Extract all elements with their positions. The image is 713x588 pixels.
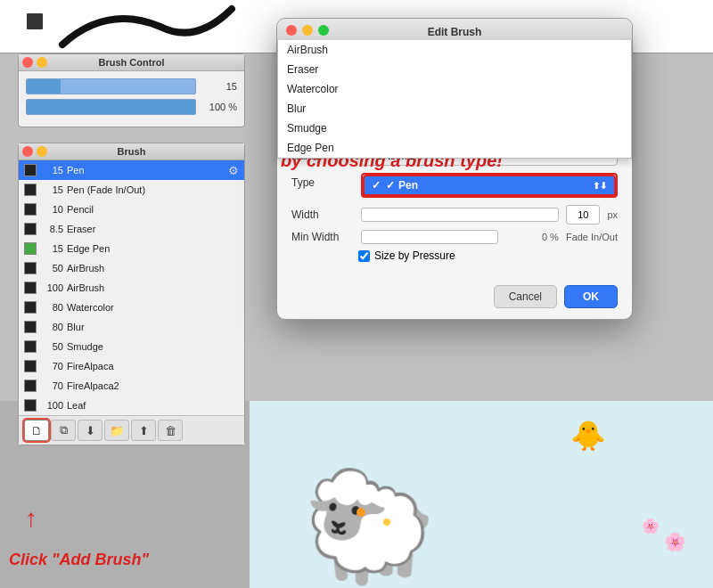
- brush-size: 15: [40, 184, 63, 195]
- dropdown-item-edgepen[interactable]: Edge Pen: [278, 138, 631, 158]
- dialog-title: Edit Brush: [428, 26, 482, 38]
- brush-item[interactable]: 70 FireAlpaca: [19, 356, 244, 376]
- opacity-slider-track[interactable]: [26, 99, 196, 115]
- brush-panel-minimize-button[interactable]: [37, 146, 47, 157]
- brush-panel: Brush 15 Pen ⚙ 15 Pen (Fade In/Out) 10 P…: [18, 143, 245, 445]
- delete-brush-button[interactable]: 🗑: [158, 420, 183, 441]
- brush-name: Pen: [67, 165, 225, 176]
- size-slider-row: 15: [26, 78, 237, 94]
- export-brush-button[interactable]: ⬆: [131, 420, 156, 441]
- brush-item[interactable]: 50 AirBrush: [19, 258, 244, 278]
- type-label: Type: [291, 173, 354, 189]
- size-slider-track[interactable]: [26, 78, 196, 94]
- ok-button[interactable]: OK: [564, 285, 618, 308]
- character-illustration: 🐑: [303, 472, 437, 579]
- svg-rect-0: [27, 13, 43, 29]
- dropdown-item-blur[interactable]: Blur: [278, 99, 631, 118]
- dot-orange: [356, 508, 365, 517]
- brush-item[interactable]: 80 Blur: [19, 317, 244, 337]
- brush-size: 15: [40, 243, 63, 254]
- brush-control-minimize-button[interactable]: [37, 57, 47, 68]
- min-width-row: Min Width 0 % Fade In/Out: [291, 230, 618, 244]
- brush-control-panel: Brush Control 15 100 %: [18, 53, 245, 127]
- new-brush-button[interactable]: 🗋: [24, 420, 49, 441]
- px-label: px: [607, 209, 618, 220]
- brush-swatch: [24, 262, 37, 274]
- brush-name: AirBrush: [67, 282, 239, 293]
- edit-brush-dialog: Edit Brush Name Type ✓ Pen ⬆⬇ AirBrush: [276, 18, 633, 320]
- size-by-pressure-checkbox[interactable]: [358, 250, 370, 262]
- brush-name: Pen (Fade In/Out): [67, 184, 239, 195]
- dropdown-item-smudge[interactable]: Smudge: [278, 118, 631, 138]
- width-slider[interactable]: [361, 208, 559, 222]
- brush-swatch: [24, 340, 37, 353]
- brush-stroke-svg: [0, 0, 267, 53]
- brush-name: Watercolor: [67, 302, 239, 313]
- brush-item[interactable]: 50 Smudge: [19, 337, 244, 356]
- dialog-minimize-button[interactable]: [302, 25, 313, 36]
- dialog-buttons: Cancel OK: [277, 280, 632, 319]
- brush-item[interactable]: 10 Pencil: [19, 200, 244, 219]
- gear-icon: ⚙: [228, 164, 239, 177]
- brush-item[interactable]: 15 Pen ⚙: [19, 160, 244, 180]
- brush-control-close-button[interactable]: [22, 57, 33, 68]
- brush-swatch: [24, 321, 37, 333]
- brush-control-header: Brush Control: [19, 54, 244, 71]
- brush-name: AirBrush: [67, 263, 239, 274]
- min-width-slider[interactable]: [361, 230, 498, 244]
- dialog-maximize-button[interactable]: [318, 25, 329, 36]
- dropdown-item-airbrush[interactable]: AirBrush: [278, 40, 631, 60]
- brush-panel-close-button[interactable]: [22, 146, 33, 157]
- size-slider-fill: [27, 79, 61, 94]
- type-checkmark: ✓: [386, 179, 395, 192]
- width-row: Width px: [291, 205, 618, 225]
- dropdown-item-eraser[interactable]: Eraser: [278, 60, 631, 79]
- min-width-label: Min Width: [291, 231, 354, 243]
- dropdown-item-watercolor[interactable]: Watercolor: [278, 79, 631, 99]
- brush-item[interactable]: 8.5 Eraser: [19, 219, 244, 239]
- folder-brush-button[interactable]: 📁: [104, 420, 129, 441]
- width-number-input[interactable]: [566, 205, 600, 225]
- brush-swatch: [24, 380, 37, 392]
- brush-name: FireAlpaca2: [67, 380, 239, 391]
- import-brush-button[interactable]: ⬇: [78, 420, 102, 441]
- brush-swatch: [24, 360, 37, 372]
- duplicate-brush-button[interactable]: ⧉: [51, 420, 76, 441]
- brush-item[interactable]: 15 Pen (Fade In/Out): [19, 180, 244, 200]
- flower-decoration: 🌸: [664, 531, 686, 552]
- brush-swatch: [24, 399, 37, 412]
- type-section: Type ✓ Pen ⬆⬇ AirBrush Eraser Watercolor…: [291, 173, 618, 198]
- size-by-pressure-row: Size by Pressure: [291, 249, 618, 262]
- width-label: Width: [291, 208, 354, 221]
- brush-item[interactable]: 80 Watercolor: [19, 298, 244, 317]
- opacity-slider-fill: [27, 100, 195, 114]
- brush-item[interactable]: 100 AirBrush: [19, 278, 244, 298]
- type-dropdown-arrow: ⬆⬇: [593, 181, 607, 191]
- chick-character: 🐥: [570, 419, 606, 453]
- type-dropdown-section: ✓ Pen ⬆⬇ AirBrush Eraser Watercolor Blur…: [361, 173, 618, 198]
- brush-panel-header: Brush: [19, 143, 244, 160]
- brush-control-title: Brush Control: [99, 57, 165, 68]
- brush-size: 10: [40, 204, 63, 215]
- dialog-form: Name Type ✓ Pen ⬆⬇ AirBrush Eraser Water…: [277, 135, 632, 280]
- brush-name: Edge Pen: [67, 243, 239, 254]
- dialog-close-button[interactable]: [286, 25, 297, 36]
- brush-list: 15 Pen ⚙ 15 Pen (Fade In/Out) 10 Pencil …: [19, 160, 244, 415]
- add-brush-label: Click "Add Brush": [9, 551, 149, 570]
- type-selected-option[interactable]: ✓ Pen ⬆⬇: [363, 175, 616, 196]
- opacity-slider-row: 100 %: [26, 99, 237, 115]
- fade-label: Fade In/Out: [566, 232, 618, 242]
- brush-item[interactable]: 100 Leaf: [19, 396, 244, 415]
- type-selected-label: Pen: [398, 179, 418, 192]
- brush-control-body: 15 100 %: [19, 71, 244, 127]
- brush-name: Leaf: [67, 400, 239, 411]
- brush-size: 80: [40, 322, 63, 332]
- brush-item[interactable]: 15 Edge Pen: [19, 239, 244, 258]
- size-by-pressure-label: Size by Pressure: [374, 249, 455, 262]
- brush-swatch: [24, 184, 37, 196]
- brush-item[interactable]: 70 FireAlpaca2: [19, 376, 244, 396]
- brush-size: 15: [40, 165, 63, 176]
- brush-size: 100: [40, 282, 63, 293]
- brush-swatch: [24, 282, 37, 294]
- cancel-button[interactable]: Cancel: [494, 285, 557, 308]
